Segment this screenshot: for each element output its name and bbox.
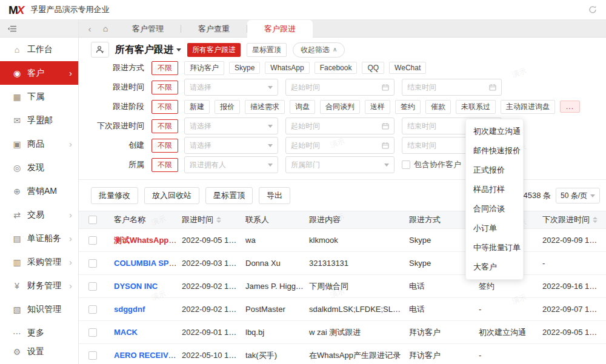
unlimited-tag[interactable]: 不限 <box>152 61 178 75</box>
stage-menu-item[interactable]: 初次建立沟通 <box>466 122 523 141</box>
tab-客户管理[interactable]: 客户管理 <box>115 20 181 38</box>
table-row[interactable]: sdggdnf 2022-09-02 10:14 PostMaster sdal… <box>79 298 606 321</box>
toolbar-button-批量修改[interactable]: 批量修改 <box>91 187 138 204</box>
stage-menu-item[interactable]: 中等批量订单 <box>466 238 523 257</box>
column-header-time[interactable]: 跟进时间 <box>182 211 245 228</box>
collapse-sidebar-icon[interactable] <box>7 25 17 33</box>
unlimited-tag[interactable]: 不限 <box>152 139 178 153</box>
method-tag[interactable]: Facebook <box>315 62 358 74</box>
trade-icon: ⇄ <box>11 210 23 220</box>
page-size-select[interactable]: 50 条/页 <box>556 188 600 204</box>
stage-tag[interactable]: 描述需求 <box>245 100 285 114</box>
cell-checkbox <box>79 275 114 297</box>
time-end-input[interactable]: 结束时间 <box>402 79 502 96</box>
stage-tag[interactable]: 签约 <box>395 100 421 114</box>
sidebar-item-subordinates[interactable]: ▦ 下属 <box>0 85 78 108</box>
unlimited-tag[interactable]: 不限 <box>152 119 178 133</box>
sidebar-item-customers[interactable]: ◉ 客户 › <box>0 61 78 85</box>
unlimited-tag[interactable]: 不限 <box>152 158 178 172</box>
tab-back-icon[interactable]: ‹ <box>84 24 96 34</box>
column-header-contact[interactable]: 联系人 <box>245 211 309 228</box>
next-time-start-input[interactable]: 起始时间 <box>285 117 395 134</box>
stage-tag[interactable]: 未联系过 <box>456 100 496 114</box>
active-view-tag[interactable]: 所有客户跟进 <box>187 43 241 57</box>
method-tag[interactable]: WhatsApp <box>265 62 309 74</box>
stage-menu-item[interactable]: 大客户 <box>466 257 523 277</box>
table-row[interactable]: MACK 2022-09-01 15:43 lbq.bj w zai 测试跟进 … <box>79 321 606 344</box>
sidebar-item-knowledge[interactable]: ▧ 知识管理 <box>0 297 78 321</box>
method-tag[interactable]: Skype <box>229 62 260 74</box>
customer-name-link[interactable]: MACK <box>114 328 138 337</box>
stage-tag[interactable]: 新建 <box>184 100 210 114</box>
include-collab-checkbox[interactable] <box>402 160 410 169</box>
row-checkbox[interactable] <box>88 351 97 360</box>
stage-tag[interactable]: 送样 <box>365 100 390 114</box>
column-header-name[interactable]: 客户名称 <box>114 211 182 228</box>
sidebar-item-products[interactable]: ▣ 商品 › <box>0 132 78 156</box>
toolbar-button-放入回收站[interactable]: 放入回收站 <box>144 187 199 204</box>
sort-icon[interactable] <box>593 217 598 223</box>
sidebar-item-purchasing[interactable]: ▥ 采购管理 › <box>0 250 78 274</box>
sync-icon[interactable] <box>588 5 598 15</box>
department-select[interactable]: 所属部门 <box>285 156 395 173</box>
next-time-preset-select[interactable]: 请选择 <box>184 117 278 134</box>
sidebar-item-discover[interactable]: ◎ 发现 <box>0 156 78 179</box>
toolbar-button-星标置顶[interactable]: 星标置顶 <box>205 187 253 204</box>
time-preset-select[interactable]: 请选择 <box>184 79 278 96</box>
view-title-dropdown[interactable]: 所有客户跟进 <box>115 44 181 56</box>
stage-menu-item[interactable]: 正式报价 <box>466 160 523 180</box>
time-start-input[interactable]: 起始时间 <box>285 79 395 96</box>
stage-menu-item[interactable]: 样品打样 <box>466 180 523 199</box>
sidebar-item-fumeng-mail[interactable]: ✉ 孚盟邮 <box>0 108 78 132</box>
star-pin-tag[interactable]: 星标置顶 <box>247 43 287 57</box>
method-tag[interactable]: WeChat <box>389 62 426 74</box>
customer-filter-button[interactable] <box>91 42 109 58</box>
stage-tag[interactable]: 报价 <box>215 100 240 114</box>
stage-menu-item[interactable]: 合同洽谈 <box>466 199 523 219</box>
stage-tag[interactable]: 主动跟进询盘 <box>501 100 555 114</box>
unlimited-tag[interactable]: 不限 <box>152 100 178 114</box>
customer-name-link[interactable]: sdggdnf <box>114 305 145 314</box>
sidebar-item-trade[interactable]: ⇄ 交易 › <box>0 203 78 227</box>
table-row[interactable]: AERO RECEIVING 2022-05-10 15:06 tak(买手) … <box>79 344 606 364</box>
customer-name-link[interactable]: 测试WhatsApp聊... <box>114 236 182 245</box>
stage-tag[interactable]: 合同谈判 <box>320 100 360 114</box>
row-checkbox[interactable] <box>88 282 97 291</box>
stage-more-button[interactable]: ... <box>560 101 580 113</box>
column-header-next_time[interactable]: 下次跟进时间 <box>542 211 606 228</box>
tab-客户跟进[interactable]: 客户跟进 <box>247 20 313 38</box>
method-tag[interactable]: 拜访客户 <box>184 61 224 75</box>
table-row[interactable]: COLUMBIA SPO... 2022-09-03 10:17 Donna X… <box>79 252 606 275</box>
sidebar-item-workbench[interactable]: ⌂ 工作台 <box>0 38 78 61</box>
row-checkbox[interactable] <box>88 259 97 268</box>
sidebar-item-settings[interactable]: ⚙ 设置 <box>0 340 78 363</box>
owner-select[interactable]: 跟进拥有人 <box>184 156 278 173</box>
sort-icon[interactable] <box>216 217 221 223</box>
unlimited-tag[interactable]: 不限 <box>152 81 178 94</box>
sidebar-item-marketing-am[interactable]: ⊕ 营销AM <box>0 179 78 203</box>
table-row[interactable]: 测试WhatsApp聊... 2022-09-05 13:49 wa klkmo… <box>79 229 606 252</box>
toolbar-button-导出[interactable]: 导出 <box>259 187 290 204</box>
stage-tag[interactable]: 催款 <box>425 100 451 114</box>
stage-menu-item[interactable]: 邮件快速报价 <box>466 141 523 160</box>
sidebar-item-label: 设置 <box>27 346 44 357</box>
method-tag[interactable]: QQ <box>362 62 384 74</box>
stage-menu-item[interactable]: 小订单 <box>466 219 523 238</box>
sidebar-item-shipping-docs[interactable]: ▤ 单证船务 › <box>0 227 78 250</box>
select-all-checkbox[interactable] <box>88 216 97 224</box>
row-checkbox[interactable] <box>88 305 97 314</box>
customer-name-link[interactable]: AERO RECEIVING <box>114 351 182 360</box>
tab-客户查重[interactable]: 客户查重 <box>181 20 247 38</box>
stage-tag[interactable]: 询盘 <box>290 100 315 114</box>
table-row[interactable]: DYSON INC 2022-09-02 13:59 James P. Higg… <box>79 275 606 298</box>
created-start-input[interactable]: 起始时间 <box>285 137 395 154</box>
row-checkbox[interactable] <box>88 236 97 245</box>
created-preset-select[interactable]: 请选择 <box>184 137 278 154</box>
column-header-content[interactable]: 跟进内容 <box>309 211 409 228</box>
customer-name-link[interactable]: COLUMBIA SPO... <box>114 259 181 268</box>
customer-name-link[interactable]: DYSON INC <box>114 282 158 291</box>
row-checkbox[interactable] <box>88 328 97 337</box>
home-tab-icon[interactable]: ⌂ <box>96 24 115 33</box>
collapse-filter-button[interactable]: 收起筛选 ∧ <box>293 42 345 58</box>
sidebar-item-finance[interactable]: ¥ 财务管理 › <box>0 274 78 297</box>
